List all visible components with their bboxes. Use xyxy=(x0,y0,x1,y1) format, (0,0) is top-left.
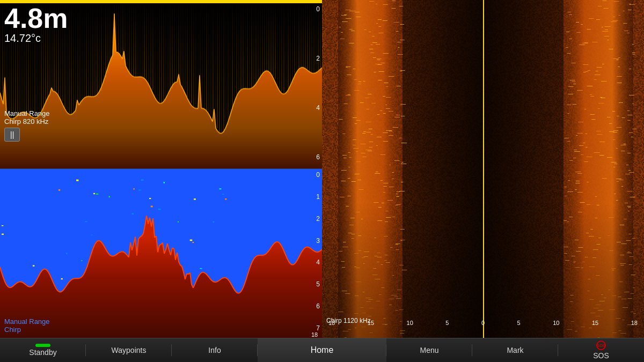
sos-label: SOS xyxy=(593,351,609,360)
nav-standby[interactable]: Standby xyxy=(0,338,86,362)
sonar-top-scale: 0 2 4 6 xyxy=(316,5,320,161)
side-scan-scale-row: 18 15 10 5 0 5 10 15 18 xyxy=(322,320,644,326)
nav-home[interactable]: Home xyxy=(258,338,386,362)
depth-value: 4.8m xyxy=(4,4,68,32)
pause-button[interactable]: || xyxy=(4,128,20,142)
home-label: Home xyxy=(311,345,334,355)
nav-info[interactable]: Info xyxy=(172,338,258,362)
nav-mark[interactable]: Mark xyxy=(472,338,558,362)
sonar-top-range-label: Manual Range xyxy=(4,109,50,117)
waypoints-label: Waypoints xyxy=(112,346,147,354)
temp-value: 14.72°c xyxy=(4,32,68,45)
scale-join-label: 18 xyxy=(311,331,318,338)
sonar-top-display: 4.8m 14.72°c Manual Range Chirp 820 kHz … xyxy=(0,0,322,169)
nav-waypoints[interactable]: Waypoints xyxy=(86,338,172,362)
sonar-bottom-display: Manual Range Chirp 0 1 2 3 4 5 6 7 xyxy=(0,169,322,338)
nav-menu[interactable]: Menu xyxy=(386,338,472,362)
sos-icon: SOS xyxy=(596,341,606,350)
sonar-bottom-range-label: Manual Range xyxy=(4,317,50,326)
cursor-line xyxy=(483,0,484,338)
sonar-bottom-canvas xyxy=(0,169,322,338)
depth-display: 4.8m 14.72°c xyxy=(4,4,68,45)
sonar-bottom-scale: 0 1 2 3 4 5 6 7 xyxy=(316,171,320,332)
info-label: Info xyxy=(208,346,221,354)
side-scan-display: Chirp 1120 kHz 18 15 10 5 0 5 10 15 18 1… xyxy=(322,0,644,338)
nav-bar: Standby Waypoints Info Home Menu Mark SO… xyxy=(0,338,644,362)
sonar-top-info: Manual Range Chirp 820 kHz || xyxy=(4,109,50,142)
standby-indicator xyxy=(35,344,50,347)
mark-label: Mark xyxy=(507,346,523,354)
menu-label: Menu xyxy=(420,346,438,354)
nav-sos[interactable]: SOS SOS xyxy=(558,338,644,362)
sonar-bottom-freq-label: Chirp xyxy=(4,326,50,334)
left-panel: 4.8m 14.72°c Manual Range Chirp 820 kHz … xyxy=(0,0,322,338)
sonar-top-freq-label: Chirp 820 kHz xyxy=(4,117,50,125)
sonar-bottom-info: Manual Range Chirp xyxy=(4,317,50,334)
standby-label: Standby xyxy=(29,348,56,357)
